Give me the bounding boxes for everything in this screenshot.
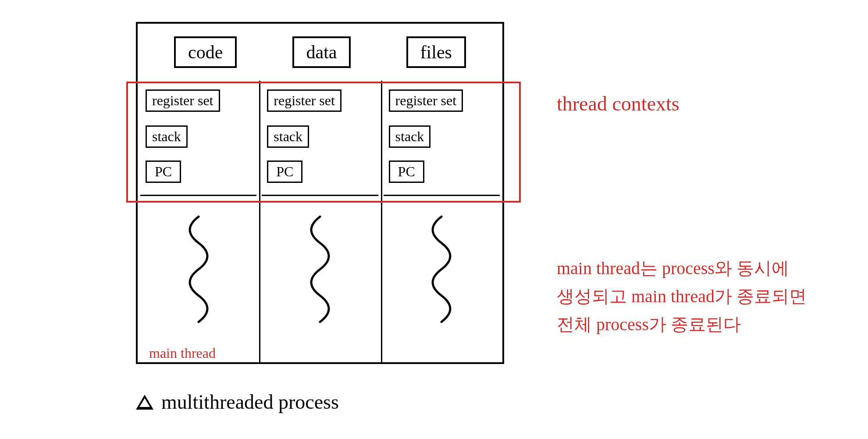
thread-column-2: register set stack PC xyxy=(381,81,502,362)
shared-files: files xyxy=(406,36,466,68)
register-set-box: register set xyxy=(267,89,342,112)
register-set-box: register set xyxy=(146,89,220,112)
triangle-bullet-icon xyxy=(136,395,153,410)
stack-box: stack xyxy=(267,125,309,148)
shared-resources-row: code data files xyxy=(138,24,502,81)
thread-area: register set stack PC register set stack… xyxy=(138,81,502,362)
process-box: code data files register set stack PC re… xyxy=(136,22,504,364)
pc-box: PC xyxy=(267,161,302,183)
annotation-line: 생성되고 main thread가 종료되면 xyxy=(557,282,837,311)
thread-column-0: register set stack PC xyxy=(138,81,259,362)
register-set-box: register set xyxy=(389,89,463,112)
annotation-description: main thread는 process와 동시에 생성되고 main thre… xyxy=(557,254,837,339)
shared-data: data xyxy=(292,36,351,68)
stack-box: stack xyxy=(146,125,188,148)
caption-text: multithreaded process xyxy=(161,390,339,414)
stack-box: stack xyxy=(389,125,431,148)
thread-squiggle-icon xyxy=(420,212,463,326)
annotation-line: 전체 process가 종료된다 xyxy=(557,311,837,339)
pc-box: PC xyxy=(389,161,424,183)
separator-line xyxy=(384,195,500,196)
shared-code: code xyxy=(174,36,237,68)
thread-squiggle-icon xyxy=(298,212,342,326)
pc-box: PC xyxy=(146,161,181,183)
annotation-line: main thread는 process와 동시에 xyxy=(557,254,837,282)
separator-line xyxy=(140,195,256,196)
separator-line xyxy=(262,195,378,196)
annotation-main-thread: main thread xyxy=(149,342,216,364)
diagram-caption: multithreaded process xyxy=(136,390,339,414)
thread-squiggle-icon xyxy=(177,212,221,326)
thread-column-1: register set stack PC xyxy=(259,81,381,362)
annotation-thread-contexts: thread contexts xyxy=(557,88,679,120)
